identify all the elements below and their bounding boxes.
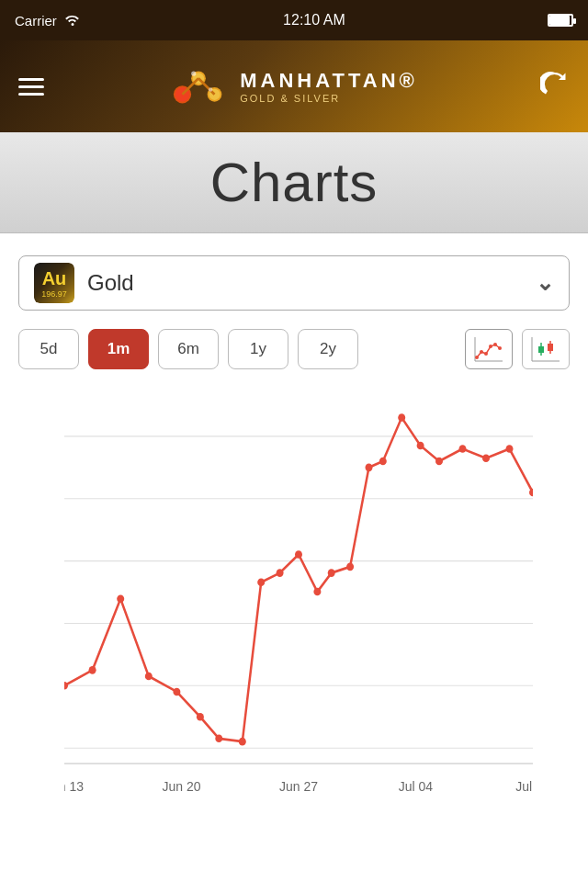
svg-point-43 — [215, 735, 222, 743]
svg-point-54 — [417, 442, 424, 450]
svg-rect-21 — [538, 346, 544, 353]
svg-point-12 — [475, 356, 479, 359]
carrier-label: Carrier — [15, 13, 57, 28]
svg-point-46 — [277, 569, 284, 577]
price-line — [64, 418, 533, 742]
svg-point-55 — [435, 458, 443, 466]
svg-text:Jun 20: Jun 20 — [162, 779, 200, 795]
svg-point-58 — [506, 445, 514, 453]
status-bar: Carrier 12:10 AM — [0, 0, 588, 40]
svg-point-17 — [498, 346, 502, 350]
refresh-button[interactable] — [540, 69, 570, 105]
brand-text: MANHATTAN® GOLD & SILVER — [240, 69, 417, 104]
logo-icon — [166, 54, 231, 119]
svg-line-7 — [198, 78, 215, 95]
time-btn-6m[interactable]: 6m — [158, 329, 219, 369]
time-btn-5d[interactable]: 5d — [18, 329, 79, 369]
svg-point-48 — [313, 588, 321, 596]
wifi-icon — [64, 13, 81, 28]
svg-point-15 — [489, 345, 492, 348]
svg-point-53 — [398, 413, 405, 422]
svg-point-41 — [173, 688, 180, 696]
svg-rect-23 — [548, 344, 553, 351]
svg-text:Jul 11: Jul 11 — [515, 779, 533, 795]
svg-point-40 — [145, 673, 153, 681]
time-btn-2y[interactable]: 2y — [298, 329, 358, 369]
svg-point-52 — [379, 458, 387, 466]
svg-point-56 — [459, 445, 467, 453]
controls-area: Au 196.97 Gold ⌄ 5d 1m 6m 1y 2y — [0, 233, 588, 380]
status-time: 12:10 AM — [283, 12, 345, 28]
svg-point-44 — [239, 738, 246, 746]
metal-name: Gold — [87, 270, 536, 296]
svg-point-47 — [295, 550, 302, 559]
brand-name: MANHATTAN® — [240, 69, 417, 93]
svg-point-45 — [257, 579, 265, 587]
svg-point-9 — [209, 87, 212, 91]
page-title-area: Charts — [0, 132, 588, 233]
svg-point-51 — [366, 464, 373, 472]
status-left: Carrier — [15, 13, 81, 28]
svg-point-14 — [484, 352, 488, 356]
status-right — [548, 14, 573, 27]
svg-point-59 — [529, 489, 533, 497]
svg-text:Jul 04: Jul 04 — [399, 779, 433, 795]
page-title: Charts — [210, 151, 379, 214]
svg-point-38 — [89, 666, 96, 674]
svg-text:Jun 13: Jun 13 — [64, 779, 84, 795]
svg-point-13 — [480, 350, 483, 354]
svg-point-57 — [482, 455, 490, 463]
chart-area: $1360 $1340 $1320 $1300 $1280 $1260 — [0, 380, 588, 858]
time-btn-1m[interactable]: 1m — [88, 329, 149, 369]
svg-text:Jun 27: Jun 27 — [279, 779, 318, 795]
battery-icon — [548, 14, 573, 27]
logo-area: MANHATTAN® GOLD & SILVER — [166, 54, 417, 119]
element-symbol: Au — [42, 268, 67, 289]
svg-point-49 — [328, 569, 335, 577]
chart-svg: $1360 $1340 $1320 $1300 $1280 $1260 — [64, 390, 533, 803]
svg-point-16 — [493, 343, 497, 346]
brand-subtitle: GOLD & SILVER — [240, 93, 417, 104]
chart-type-buttons — [465, 329, 570, 369]
candlestick-chart-btn[interactable] — [522, 329, 570, 369]
menu-button[interactable] — [18, 74, 44, 100]
time-btn-1y[interactable]: 1y — [228, 329, 288, 369]
dropdown-arrow-icon: ⌄ — [536, 270, 554, 296]
metal-icon: Au 196.97 — [34, 263, 74, 303]
svg-point-8 — [191, 71, 196, 75]
svg-point-42 — [197, 713, 204, 721]
line-chart-btn[interactable] — [465, 329, 513, 369]
element-number: 196.97 — [41, 289, 67, 299]
metal-dropdown[interactable]: Au 196.97 Gold ⌄ — [18, 255, 570, 311]
svg-point-50 — [346, 563, 354, 571]
svg-point-39 — [117, 594, 124, 603]
app-header: MANHATTAN® GOLD & SILVER — [0, 40, 588, 132]
